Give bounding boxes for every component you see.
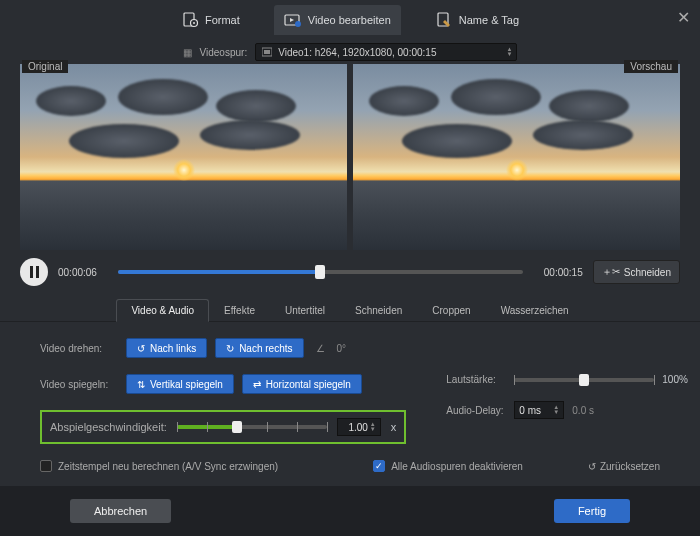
disable-audio-checkbox[interactable]	[373, 460, 385, 472]
mirror-vertical-button[interactable]: ⇅ Vertikal spiegeln	[126, 374, 234, 394]
original-label: Original	[22, 60, 68, 73]
cut-button-label: Schneiden	[624, 267, 671, 278]
close-icon[interactable]: ✕	[677, 8, 690, 27]
audio-delay-label: Audio-Delay:	[446, 405, 506, 416]
tab-video-edit-label: Video bearbeiten	[308, 14, 391, 26]
time-total: 00:00:15	[533, 267, 583, 278]
pause-icon	[30, 266, 39, 278]
rotate-label: Video drehen:	[40, 343, 118, 354]
cancel-button[interactable]: Abbrechen	[70, 499, 171, 523]
reset-label: Zurücksetzen	[600, 461, 660, 472]
rotate-right-button[interactable]: ↻ Nach rechts	[215, 338, 303, 358]
timestamp-checkbox[interactable]	[40, 460, 52, 472]
speed-suffix: x	[391, 421, 397, 433]
speed-handle[interactable]	[232, 421, 242, 433]
video-track-label: Videospur:	[200, 47, 248, 58]
tab-format-label: Format	[205, 14, 240, 26]
svg-point-2	[193, 22, 195, 24]
svg-point-4	[295, 21, 301, 27]
timeline-slider[interactable]	[118, 270, 523, 274]
film-icon: ▦	[183, 47, 192, 58]
rotate-right-icon: ↻	[226, 343, 234, 354]
speed-input[interactable]: 1.00 ▲▼	[337, 418, 381, 436]
mirror-label: Video spiegeln:	[40, 379, 118, 390]
spinner-icon[interactable]: ▲▼	[370, 422, 376, 432]
speed-slider[interactable]	[177, 425, 327, 429]
cut-button[interactable]: ＋✂ Schneiden	[593, 260, 680, 284]
timestamp-checkbox-label: Zeitstempel neu berechnen (A/V Sync erzw…	[58, 461, 278, 472]
time-current: 00:00:06	[58, 267, 108, 278]
play-pause-button[interactable]	[20, 258, 48, 286]
scissors-icon: ＋✂	[602, 265, 620, 279]
volume-value: 100%	[662, 374, 688, 385]
tab-video-edit[interactable]: Video bearbeiten	[274, 5, 401, 35]
spinner-icon[interactable]: ▲▼	[553, 405, 559, 415]
reset-button[interactable]: ↺ Zurücksetzen	[588, 461, 660, 472]
video-edit-icon	[284, 11, 302, 29]
disable-audio-label: Alle Audiospuren deaktivieren	[391, 461, 523, 472]
reset-icon: ↺	[588, 461, 596, 472]
volume-handle[interactable]	[579, 374, 589, 386]
mirror-horizontal-icon: ⇄	[253, 379, 261, 390]
audio-delay-actual: 0.0 s	[572, 405, 594, 416]
tab-format[interactable]: Format	[171, 5, 250, 35]
name-tag-icon	[435, 11, 453, 29]
mirror-horizontal-button[interactable]: ⇄ Horizontal spiegeln	[242, 374, 362, 394]
volume-slider[interactable]	[514, 378, 654, 382]
done-button[interactable]: Fertig	[554, 499, 630, 523]
original-video-pane	[20, 64, 347, 250]
format-icon	[181, 11, 199, 29]
tab-name-tag-label: Name & Tag	[459, 14, 519, 26]
rotate-left-icon: ↺	[137, 343, 145, 354]
preview-video-pane	[353, 64, 680, 250]
subtab-subtitles[interactable]: Untertitel	[270, 299, 340, 321]
angle-icon: ∠	[316, 343, 325, 354]
video-track-value: Video1: h264, 1920x1080, 00:00:15	[278, 47, 436, 58]
volume-label: Lautstärke:	[446, 374, 506, 385]
rotate-left-button[interactable]: ↺ Nach links	[126, 338, 207, 358]
mirror-vertical-icon: ⇅	[137, 379, 145, 390]
timeline-handle[interactable]	[315, 265, 325, 279]
preview-label: Vorschau	[624, 60, 678, 73]
video-track-select[interactable]: Video1: h264, 1920x1080, 00:00:15 ▲▼	[255, 43, 517, 61]
speed-label: Abspielgeschwindigkeit:	[50, 421, 167, 433]
rotate-angle-value: 0°	[337, 343, 347, 354]
subtab-video-audio[interactable]: Video & Audio	[116, 299, 209, 322]
subtab-cut[interactable]: Schneiden	[340, 299, 417, 321]
audio-delay-input[interactable]: 0 ms ▲▼	[514, 401, 564, 419]
film-strip-icon	[262, 47, 272, 57]
subtab-crop[interactable]: Croppen	[417, 299, 485, 321]
chevron-updown-icon: ▲▼	[507, 47, 513, 57]
subtab-effects[interactable]: Effekte	[209, 299, 270, 321]
svg-rect-7	[264, 50, 270, 54]
tab-name-tag[interactable]: Name & Tag	[425, 5, 529, 35]
subtab-watermark[interactable]: Wasserzeichen	[486, 299, 584, 321]
